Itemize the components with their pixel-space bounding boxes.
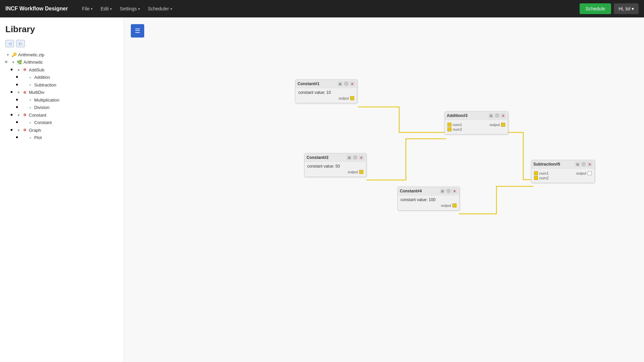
- node-constant4-body: constant value: 100 output: [398, 195, 459, 210]
- tree-label-arithmetic-zip: Arithmetic.zip: [18, 52, 44, 57]
- scheduler-menu[interactable]: Scheduler ▾: [145, 4, 175, 13]
- node-constant4-close[interactable]: ✕: [452, 188, 457, 194]
- node-subtraction5-controls: ⊞ ⓘ ✕: [575, 162, 592, 167]
- node-constant4-param: constant value: 100: [400, 197, 457, 202]
- node-addition3-num2-port: num2: [447, 127, 505, 131]
- tree-label-multiplication: Multiplication: [34, 98, 59, 103]
- tree-label-constant: Constant: [34, 120, 52, 125]
- schedule-button[interactable]: Schedule: [580, 3, 611, 14]
- node-constant4-move[interactable]: ⊞: [440, 188, 445, 194]
- edit-menu[interactable]: Edit ▾: [97, 4, 115, 13]
- node-addition3-num1-port: num1 output: [447, 123, 505, 127]
- constant-group-icon: ❋: [22, 112, 28, 118]
- app-title: INCF Workflow Designer: [5, 6, 68, 12]
- workflow-canvas[interactable]: Constant#1 ⊞ ⓘ ✕ constant value: 10 outp…: [124, 17, 644, 362]
- node-subtraction5-close[interactable]: ✕: [587, 162, 592, 167]
- output-port-dot[interactable]: [501, 123, 505, 127]
- node-subtraction5-title: Subtraction#5: [533, 162, 560, 167]
- node-constant4-output-port: output: [400, 203, 457, 207]
- main-layout: Library ◁ ▷ ▾ 🔑 Arithmetic.zip ▾ 🌿: [0, 0, 644, 362]
- node-subtraction5-num2-port: num2: [534, 176, 592, 180]
- output-port-dot-empty[interactable]: [588, 171, 592, 175]
- tree-item-arithmetic-zip: ▾ 🔑 Arithmetic.zip ▾ 🌿 Arithmetic: [5, 51, 118, 141]
- input-port-dot[interactable]: [534, 176, 538, 180]
- file-menu-caret: ▾: [91, 7, 93, 11]
- tree-label-addition: Addition: [34, 75, 50, 80]
- node-constant1-close[interactable]: ✕: [350, 81, 355, 86]
- tree-label-plot: Plot: [34, 135, 42, 140]
- tree-item-subtraction[interactable]: ▪ Subtraction: [21, 81, 118, 88]
- node-constant1-body: constant value: 10 output: [296, 88, 357, 103]
- settings-menu[interactable]: Settings ▾: [116, 4, 143, 13]
- node-constant1-title: Constant#1: [298, 81, 319, 86]
- node-subtraction5-move[interactable]: ⊞: [575, 162, 580, 167]
- tree-children-arithmetic-zip: ▾ 🌿 Arithmetic ▾ ❋ AddSub: [5, 59, 118, 141]
- node-addition3-info[interactable]: ⓘ: [494, 113, 500, 118]
- library-tree: ▾ 🔑 Arithmetic.zip ▾ 🌿 Arithmetic: [5, 51, 118, 141]
- tree-item-multidiv[interactable]: ▾ ❋ MultiDiv: [16, 89, 118, 96]
- output-port-dot[interactable]: [452, 203, 457, 207]
- node-constant2-body: constant value: 50 output: [305, 162, 366, 177]
- zip-icon: 🔑: [11, 52, 17, 57]
- tree-item-division[interactable]: ▪ Division: [21, 104, 118, 111]
- tree-item-graph-group[interactable]: ▾ ❋ Graph: [16, 127, 118, 133]
- workflow-canvas-area[interactable]: ☰ Constant#1 ⊞ ⓘ: [124, 17, 644, 362]
- tree-item-arithmetic: ▾ 🌿 Arithmetic ▾ ❋ AddSub: [11, 59, 118, 141]
- tree-item-addsub[interactable]: ▾ ❋ AddSub: [16, 66, 118, 73]
- tree-children-arithmetic: ▾ ❋ AddSub ▪ Addition: [11, 66, 118, 141]
- node-constant2-move[interactable]: ⊞: [346, 155, 352, 160]
- edit-menu-caret: ▾: [110, 7, 112, 11]
- user-menu-caret: ▾: [632, 6, 634, 11]
- tree-item-plot[interactable]: ▪ Plot: [21, 134, 118, 141]
- output-port-dot[interactable]: [350, 96, 354, 100]
- node-constant2-close[interactable]: ✕: [359, 155, 364, 160]
- user-menu-button[interactable]: Hi, lol ▾: [614, 3, 639, 14]
- tree-item-addition[interactable]: ▪ Addition: [21, 74, 118, 81]
- sidebar-nav-icons: ◁ ▷: [5, 40, 118, 47]
- tree-children-addsub: ▪ Addition ▪ Subtraction: [16, 74, 118, 88]
- sidebar: Library ◁ ▷ ▾ 🔑 Arithmetic.zip ▾ 🌿: [0, 17, 124, 362]
- tree-item-constant[interactable]: ▪ Constant: [21, 119, 118, 126]
- node-subtraction5-header: Subtraction#5 ⊞ ⓘ ✕: [531, 160, 594, 169]
- tree-label-multidiv: MultiDiv: [29, 90, 44, 95]
- node-addition3-title: Addition#3: [447, 113, 468, 118]
- plot-icon: ▪: [28, 135, 33, 140]
- tree-item-multiplication[interactable]: ▪ Multiplication: [21, 97, 118, 103]
- node-constant2-output-port: output: [307, 170, 363, 174]
- node-addition3-move[interactable]: ⊞: [488, 113, 494, 118]
- nav-forward-button[interactable]: ▷: [16, 40, 25, 47]
- sidebar-title: Library: [5, 24, 118, 35]
- node-subtraction5[interactable]: Subtraction#5 ⊞ ⓘ ✕ num1 output: [531, 160, 595, 183]
- node-constant1[interactable]: Constant#1 ⊞ ⓘ ✕ constant value: 10 outp…: [295, 79, 357, 103]
- node-constant1-move[interactable]: ⊞: [337, 81, 343, 86]
- addition-icon: ▪: [28, 75, 33, 80]
- input-port-dot[interactable]: [447, 123, 451, 127]
- node-constant1-info[interactable]: ⓘ: [343, 81, 349, 86]
- node-constant4-controls: ⊞ ⓘ ✕: [440, 188, 457, 194]
- node-addition3[interactable]: Addition#3 ⊞ ⓘ ✕ num1 output: [444, 111, 508, 134]
- node-subtraction5-body: num1 output num2: [531, 169, 594, 183]
- node-constant2-title: Constant#2: [307, 155, 328, 160]
- input-port-dot[interactable]: [447, 127, 451, 131]
- settings-menu-caret: ▾: [138, 7, 140, 11]
- canvas-menu-button[interactable]: ☰: [131, 24, 144, 38]
- header-right: Schedule Hi, lol ▾: [580, 3, 639, 14]
- nav-back-button[interactable]: ◁: [5, 40, 14, 47]
- node-addition3-close[interactable]: ✕: [500, 113, 506, 118]
- input-port-dot[interactable]: [534, 171, 538, 175]
- app-header: INCF Workflow Designer File ▾ Edit ▾ Set…: [0, 0, 644, 17]
- node-constant2[interactable]: Constant#2 ⊞ ⓘ ✕ constant value: 50 outp…: [304, 153, 366, 177]
- tree-item-constant-group[interactable]: ▾ ❋ Constant: [16, 112, 118, 118]
- node-constant1-param: constant value: 10: [298, 90, 354, 95]
- output-port-dot[interactable]: [359, 170, 363, 174]
- tree-label-arithmetic: Arithmetic: [23, 60, 43, 65]
- node-constant2-info[interactable]: ⓘ: [353, 155, 358, 160]
- subtraction-icon: ▪: [28, 82, 33, 87]
- tree-label-constant-group: Constant: [29, 113, 46, 118]
- node-constant4[interactable]: Constant#4 ⊞ ⓘ ✕ constant value: 100 out…: [397, 187, 460, 210]
- node-constant4-info[interactable]: ⓘ: [446, 188, 451, 194]
- file-menu[interactable]: File ▾: [78, 4, 96, 13]
- tree-children-constant: ▪ Constant: [16, 119, 118, 126]
- graph-group-icon: ❋: [22, 127, 28, 133]
- node-subtraction5-info[interactable]: ⓘ: [581, 162, 586, 167]
